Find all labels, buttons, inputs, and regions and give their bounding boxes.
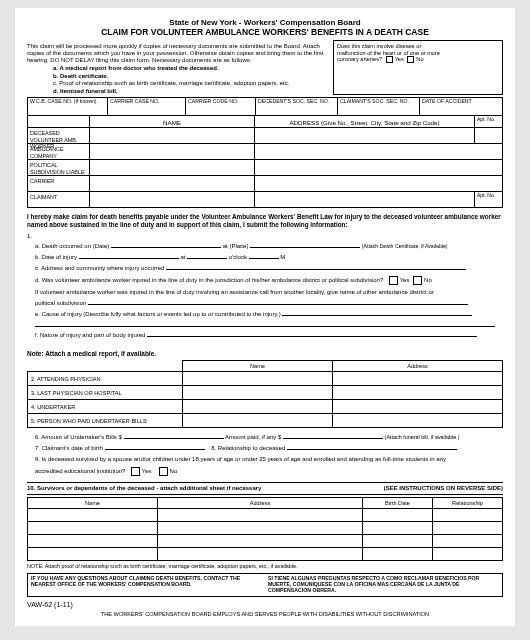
claimant-name-field[interactable]	[90, 192, 255, 208]
deceased-name-field[interactable]	[90, 128, 255, 144]
note-attach-medical: Note: Attach a medical report, if availa…	[27, 350, 182, 357]
footer-en: IF YOU HAVE ANY QUESTIONS ABOUT CLAIMING…	[31, 576, 262, 594]
q-d3: political subdivision	[35, 300, 86, 306]
undertaker-bills-field[interactable]	[124, 438, 224, 439]
carrier-address-field[interactable]	[255, 176, 475, 192]
pol-name-field[interactable]	[90, 160, 255, 176]
form-number: VAW-62 (1-11)	[27, 601, 503, 609]
party-political-sub: POLITICAL SUBDIVISION LIABLE	[28, 160, 90, 176]
s-addr: Address	[158, 497, 363, 508]
q7: 7. Claimant's date of birth	[35, 445, 103, 451]
coronary-yes-checkbox[interactable]	[386, 56, 393, 63]
cause-field-2[interactable]	[35, 326, 495, 327]
form-title: CLAIM FOR VOLUNTEER AMBULANCE WORKERS' B…	[27, 28, 503, 38]
survivor-row[interactable]	[28, 535, 158, 548]
nature-field[interactable]	[147, 336, 477, 337]
q9-no-checkbox[interactable]	[159, 467, 168, 476]
deceased-apt-field[interactable]	[475, 128, 503, 144]
req-c: c. Proof of relationship such as birth c…	[53, 80, 333, 87]
org-name: State of New York - Workers' Compensatio…	[27, 18, 503, 27]
survivor-row[interactable]	[28, 548, 158, 561]
q-b-at: at	[180, 254, 185, 260]
amb-address-field[interactable]	[255, 144, 475, 160]
col-claimant-ssn[interactable]: CLAIMANT'S SOC. SEC. NO.	[338, 98, 420, 116]
col-apt: Apt. No.	[475, 116, 503, 128]
q-f: f. Nature of injury and part of body inj…	[35, 332, 145, 338]
yes-label: Yes	[395, 56, 404, 62]
pol-address-field[interactable]	[255, 160, 475, 176]
deceased-address-field[interactable]	[255, 128, 475, 144]
attending-name[interactable]	[183, 372, 333, 386]
claimant-address-field[interactable]	[255, 192, 475, 208]
col-decedent-ssn[interactable]: DECEDENT'S SOC. SEC. NO.	[256, 98, 338, 116]
q-a3: (Attach Death Certificate, if Available)	[362, 243, 448, 249]
relationship-field[interactable]	[287, 449, 457, 450]
q9-yes-checkbox[interactable]	[131, 467, 140, 476]
attending-addr[interactable]	[333, 372, 503, 386]
footer-contact-box: IF YOU HAVE ANY QUESTIONS ABOUT CLAIMING…	[27, 573, 503, 597]
box-line3: coronary arteries?	[337, 56, 382, 62]
payer-addr[interactable]	[333, 414, 503, 428]
s-birth: Birth Date	[363, 497, 433, 508]
providers-table: Name Address 2. ATTENDING PHYSICIAN 3. L…	[27, 360, 503, 428]
disclaimer: THE WORKERS' COMPENSATION BOARD EMPLOYS …	[27, 611, 503, 617]
row-last-phys: 3. LAST PHYSICIAN OR HOSPITAL	[28, 386, 183, 400]
row-undertaker: 4. UNDERTAKER	[28, 400, 183, 414]
injury-ampm-field[interactable]	[249, 258, 279, 259]
amb-name-field[interactable]	[90, 144, 255, 160]
col-carrier-case[interactable]: CARRIER CASE NO.	[108, 98, 186, 116]
q8: 8. Relationship to deceased	[211, 445, 285, 451]
coronary-question-box: Does this claim involve disease or malfu…	[333, 40, 503, 95]
q-d1: d. Was volunteer ambulance worker injure…	[35, 277, 383, 283]
death-date-field[interactable]	[111, 247, 221, 248]
sec10-see: (SEE INSTRUCTIONS ON REVERSE SIDE)	[384, 485, 503, 492]
col-carrier-code[interactable]: CARRIER CODE NO.	[186, 98, 256, 116]
amount-paid-field[interactable]	[283, 438, 383, 439]
q-a2: at (Place)	[223, 243, 249, 249]
survivor-row[interactable]	[28, 522, 158, 535]
party-claimant: CLAIMANT	[28, 192, 90, 208]
party-carrier: CARRIER	[28, 176, 90, 192]
sec10-title: 10. Survivors or dependents of the decea…	[27, 485, 384, 492]
injury-address-field[interactable]	[166, 269, 466, 270]
tbl1-name: Name	[183, 360, 333, 371]
form-page: State of New York - Workers' Compensatio…	[15, 8, 515, 626]
lastphys-name[interactable]	[183, 386, 333, 400]
injury-date-field[interactable]	[79, 258, 179, 259]
undertaker-addr[interactable]	[333, 400, 503, 414]
required-docs-list: a. A medical report from doctor who trea…	[53, 65, 333, 96]
col-wcb[interactable]: W.C.B. CASE NO. (If known)	[28, 98, 108, 116]
undertaker-name[interactable]	[183, 400, 333, 414]
q6a: 6. Amount of Undertaker's Bills $	[35, 434, 122, 440]
col-date-accident[interactable]: DATE OF ACCIDENT	[420, 98, 503, 116]
footer-es: SI TIENE ALGUNAS PREGUNTAS RESPECTO A CO…	[268, 576, 499, 594]
cause-field-1[interactable]	[282, 315, 472, 316]
claimant-apt-field[interactable]: Apt. No.	[475, 192, 503, 208]
q9b: accredited educational institution?	[35, 468, 125, 474]
injury-time-field[interactable]	[187, 258, 227, 259]
tbl1-addr: Address	[333, 360, 503, 371]
payer-name[interactable]	[183, 414, 333, 428]
sec10-note: NOTE: Attach proof of relationship such …	[27, 563, 503, 569]
s-name: Name	[28, 497, 158, 508]
col-address: ADDRESS (Give No., Street, City, State a…	[255, 116, 475, 128]
q9a: 9. Is deceased survived by a spouse and/…	[35, 456, 446, 462]
carrier-name-field[interactable]	[90, 176, 255, 192]
death-place-field[interactable]	[250, 247, 360, 248]
req-d: d. Itemized funeral bill.	[53, 88, 333, 95]
dob-field[interactable]	[105, 449, 205, 450]
other-district-field[interactable]	[88, 304, 468, 305]
d-no-checkbox[interactable]	[413, 276, 422, 285]
s-rel: Relationship	[433, 497, 503, 508]
req-b: b. Death certificate.	[53, 73, 333, 80]
coronary-no-checkbox[interactable]	[407, 56, 414, 63]
survivor-row[interactable]	[28, 509, 158, 522]
box-line2: malfunction of the heart or of one or mo…	[337, 50, 440, 56]
lastphys-addr[interactable]	[333, 386, 503, 400]
q-b-oc: o'clock	[229, 254, 247, 260]
q-a: a. Death occurred on (Date)	[35, 243, 109, 249]
q-c: c. Address and community where injury oc…	[35, 265, 164, 271]
d-yes-checkbox[interactable]	[389, 276, 398, 285]
survivors-table: Name Address Birth Date Relationship	[27, 497, 503, 561]
q6b: Amount paid, if any $	[225, 434, 281, 440]
